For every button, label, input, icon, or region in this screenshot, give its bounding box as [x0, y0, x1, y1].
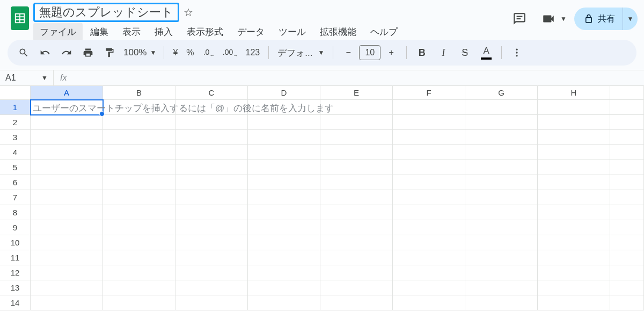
share-dropdown[interactable]: ▼	[623, 8, 638, 30]
column-header[interactable]: F	[393, 86, 465, 100]
row-header[interactable]: 6	[0, 175, 31, 190]
cell[interactable]	[248, 175, 320, 190]
zoom-select[interactable]: 100%▼	[121, 47, 158, 58]
menu-insert[interactable]: 挿入	[148, 23, 179, 41]
cell[interactable]	[465, 175, 538, 190]
cell[interactable]	[465, 295, 538, 310]
star-icon[interactable]: ☆	[184, 6, 193, 19]
cell[interactable]	[320, 205, 393, 220]
cell[interactable]	[103, 190, 175, 205]
cell[interactable]	[31, 205, 103, 220]
cell[interactable]	[103, 280, 175, 295]
column-header[interactable]: C	[175, 86, 248, 100]
cell[interactable]	[393, 265, 465, 280]
name-box[interactable]: A1 ▼	[0, 70, 54, 85]
menu-data[interactable]: データ	[231, 23, 271, 41]
cell[interactable]	[465, 250, 538, 265]
increase-font-button[interactable]: +	[382, 44, 401, 62]
cell[interactable]	[393, 130, 465, 145]
cell[interactable]	[248, 250, 320, 265]
column-header[interactable]: A	[31, 86, 103, 100]
cell[interactable]	[31, 295, 103, 310]
cell[interactable]	[320, 145, 393, 160]
cell[interactable]	[393, 280, 465, 295]
cell[interactable]	[465, 160, 538, 175]
cell[interactable]	[248, 160, 320, 175]
cell[interactable]	[610, 115, 644, 130]
cell[interactable]	[393, 190, 465, 205]
cell[interactable]	[320, 160, 393, 175]
cell[interactable]	[248, 280, 320, 295]
cell[interactable]	[175, 205, 248, 220]
cell[interactable]	[175, 280, 248, 295]
cell[interactable]	[538, 250, 610, 265]
cell[interactable]	[248, 220, 320, 235]
cell[interactable]	[538, 280, 610, 295]
menu-help[interactable]: ヘルプ	[364, 23, 404, 41]
cell[interactable]	[103, 220, 175, 235]
cell[interactable]	[610, 265, 644, 280]
cell[interactable]	[393, 160, 465, 175]
cell[interactable]	[538, 235, 610, 250]
redo-button[interactable]	[57, 44, 76, 62]
cell[interactable]	[175, 100, 248, 115]
cell[interactable]	[31, 115, 103, 130]
cell[interactable]	[610, 235, 644, 250]
cell[interactable]	[248, 100, 320, 115]
cell[interactable]	[248, 205, 320, 220]
cell[interactable]	[31, 130, 103, 145]
row-header[interactable]: 11	[0, 250, 31, 265]
comments-icon[interactable]	[509, 8, 530, 30]
cell[interactable]	[175, 220, 248, 235]
currency-button[interactable]: ¥	[170, 44, 181, 62]
cell[interactable]	[320, 250, 393, 265]
cell[interactable]	[320, 265, 393, 280]
strikethrough-button[interactable]: S	[455, 44, 474, 62]
menu-format[interactable]: 表示形式	[180, 23, 230, 41]
menu-extensions[interactable]: 拡張機能	[313, 23, 363, 41]
row-header[interactable]: 7	[0, 190, 31, 205]
italic-button[interactable]: I	[434, 44, 453, 62]
cell[interactable]	[538, 265, 610, 280]
share-button[interactable]: 共有	[574, 13, 623, 25]
row-header[interactable]: 14	[0, 295, 31, 310]
cell[interactable]	[175, 250, 248, 265]
cell[interactable]	[31, 250, 103, 265]
cell[interactable]	[393, 250, 465, 265]
cell[interactable]	[175, 130, 248, 145]
cell[interactable]	[393, 220, 465, 235]
cell[interactable]	[248, 115, 320, 130]
cell[interactable]	[320, 295, 393, 310]
cell[interactable]	[175, 265, 248, 280]
cell[interactable]	[538, 100, 610, 115]
cell[interactable]	[538, 115, 610, 130]
cell[interactable]	[248, 265, 320, 280]
row-header[interactable]: 9	[0, 220, 31, 235]
column-header[interactable]: B	[103, 86, 175, 100]
cell[interactable]	[465, 145, 538, 160]
cell[interactable]	[103, 160, 175, 175]
cell[interactable]	[103, 295, 175, 310]
cell[interactable]	[610, 220, 644, 235]
cell[interactable]	[175, 295, 248, 310]
cell[interactable]	[465, 220, 538, 235]
cell[interactable]	[393, 175, 465, 190]
cell[interactable]	[393, 100, 465, 115]
cell[interactable]	[610, 160, 644, 175]
cell[interactable]	[175, 145, 248, 160]
column-header[interactable]: E	[320, 86, 393, 100]
cell[interactable]	[610, 190, 644, 205]
font-size-input[interactable]: 10	[359, 45, 380, 60]
cell[interactable]	[31, 175, 103, 190]
search-icon[interactable]	[14, 44, 33, 62]
cell[interactable]	[320, 190, 393, 205]
app-logo[interactable]	[6, 2, 33, 30]
cell[interactable]	[103, 250, 175, 265]
menu-view[interactable]: 表示	[116, 23, 147, 41]
cell[interactable]	[320, 280, 393, 295]
menu-file[interactable]: ファイル	[33, 23, 83, 41]
column-header[interactable]: D	[248, 86, 320, 100]
cell[interactable]	[465, 100, 538, 115]
cell[interactable]	[175, 190, 248, 205]
cell[interactable]	[31, 235, 103, 250]
